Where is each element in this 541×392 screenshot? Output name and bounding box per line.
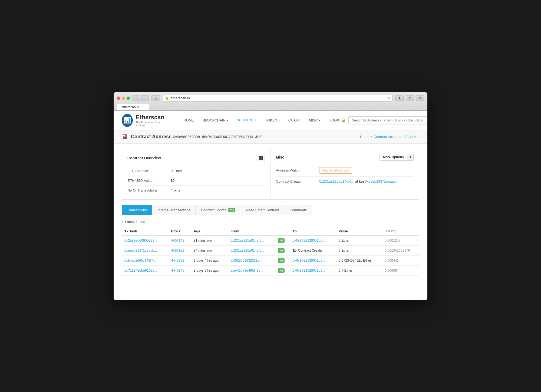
logo-title: Etherscan bbox=[136, 114, 166, 121]
nav-token[interactable]: TOKEN ▾ bbox=[261, 117, 283, 124]
search-input[interactable] bbox=[348, 116, 427, 124]
col-txhash: TxHash bbox=[122, 227, 169, 236]
qr-code-icon[interactable]: ▦ bbox=[256, 154, 265, 162]
browser-tab-bar: etherscan.io bbox=[117, 104, 424, 110]
logo-subtitle: The Ethereum Block Explorer bbox=[136, 121, 166, 127]
close-button[interactable] bbox=[117, 97, 120, 100]
logo-icon: 📊 bbox=[122, 114, 133, 127]
page-content: 📊 Etherscan The Ethereum Block Explorer … bbox=[114, 111, 427, 300]
back-button[interactable]: ‹ bbox=[133, 95, 140, 101]
to-address-link[interactable]: 0x9c86825280b1d6... bbox=[293, 269, 325, 272]
breadcrumb-home[interactable]: Home bbox=[360, 135, 370, 139]
tab-contract-source-label: Contract Source bbox=[201, 208, 227, 212]
value-cell: 6.7 Ether bbox=[336, 265, 382, 275]
txhash-link[interactable]: 0x711348bbe91096... bbox=[124, 269, 157, 272]
from-link[interactable]: 0x231a3925a014ef0... bbox=[230, 249, 264, 252]
block-link[interactable]: 4443345 bbox=[171, 269, 184, 272]
traffic-lights bbox=[117, 97, 130, 100]
txhash-link[interactable]: 0xb4ec1e65c148f7c... bbox=[124, 259, 157, 262]
eth-usd-value: $0 bbox=[171, 179, 174, 183]
refresh-icon[interactable]: ↻ bbox=[387, 96, 390, 100]
nav-misc[interactable]: MISC ▾ bbox=[305, 117, 324, 124]
address-bar[interactable]: 🔒 etherscan.io ↻ bbox=[163, 95, 393, 101]
forward-button[interactable]: › bbox=[141, 95, 149, 101]
from-cell: 0xe4f5d73e4f6d48d... bbox=[228, 265, 275, 275]
direction-cell: IN bbox=[275, 235, 290, 245]
more-options-chevron-icon: ▾ bbox=[407, 154, 414, 161]
block-link[interactable]: 4443788 bbox=[171, 259, 184, 262]
block-cell: 4443345 bbox=[169, 265, 191, 275]
contract-icon: 🖼 bbox=[293, 248, 296, 253]
direction-badge: IN bbox=[278, 248, 285, 253]
overview-title: Contract Overview bbox=[127, 156, 161, 160]
contract-creator-row: Contract Creator 0x231a3925a014ef0... at… bbox=[276, 177, 414, 186]
chevron-down-icon: ▾ bbox=[278, 119, 280, 122]
eth-balance-row: ETH Balance: 0 Ether bbox=[127, 166, 265, 176]
txhash-cell: 0x711348bbe91096... bbox=[122, 265, 169, 275]
block-link[interactable]: 4457148 bbox=[171, 239, 184, 242]
txfee-value: 0.001342606376 bbox=[385, 249, 410, 252]
txhash-cell: 0x2e89e0e0955228... bbox=[122, 235, 169, 245]
tab-contract-source[interactable]: Contract Source Yes bbox=[196, 205, 240, 215]
chevron-down-icon: ▾ bbox=[319, 119, 320, 122]
tab-internal-transactions[interactable]: Internal Transactions bbox=[153, 205, 196, 215]
block-cell: 4457128 bbox=[169, 245, 191, 255]
nav-chart[interactable]: CHART bbox=[285, 117, 304, 124]
block-cell: 4457148 bbox=[169, 235, 191, 245]
download-button[interactable]: ⬇ bbox=[395, 95, 404, 101]
nav-blockchain[interactable]: BLOCKCHAIN ▾ bbox=[199, 117, 232, 124]
new-tab-button[interactable]: ⧉ bbox=[416, 95, 424, 101]
block-link[interactable]: 4457128 bbox=[171, 249, 184, 252]
direction-badge: IN bbox=[278, 258, 285, 263]
from-link[interactable]: 0xf029502932031e... bbox=[230, 259, 262, 262]
eth-usd-label: ETH USD Value: bbox=[127, 179, 171, 183]
sidebar-toggle-button[interactable]: ⊟ bbox=[151, 95, 160, 101]
breadcrumb-sep-1: / bbox=[371, 135, 372, 139]
maximize-button[interactable] bbox=[127, 97, 130, 100]
to-cell: 0x9c86825280b1d6... bbox=[290, 235, 336, 245]
more-options-button[interactable]: More Options ▾ bbox=[380, 154, 414, 161]
to-cell: 🖼Contract Creation bbox=[290, 245, 336, 255]
tab-label: etherscan.io bbox=[121, 105, 139, 109]
creator-address-link[interactable]: 0x231a3925a014ef0... bbox=[319, 179, 354, 183]
search-bar: GO bbox=[348, 116, 427, 124]
table-body: 0x2e89e0e0955228... 4457148 31 mins ago … bbox=[122, 235, 419, 275]
nav-menu: HOME BLOCKCHAIN ▾ ACCOUNT ▾ TOKEN ▾ CHAR… bbox=[180, 116, 324, 124]
tab-transactions-label: Transactions bbox=[127, 208, 147, 212]
minimize-button[interactable] bbox=[122, 97, 125, 100]
from-link[interactable]: 0xe4f5d73e4f6d48d... bbox=[230, 269, 263, 272]
eth-balance-value: 0 Ether bbox=[171, 169, 182, 173]
login-button[interactable]: LOGIN 🔒 bbox=[329, 118, 346, 122]
tab-transactions[interactable]: Transactions bbox=[122, 205, 152, 215]
col-from: From bbox=[228, 227, 275, 236]
from-cell: 0xf029502932031e... bbox=[228, 255, 275, 265]
breadcrumb-contract-accounts[interactable]: Contract Accounts bbox=[374, 135, 402, 139]
txhash-cell: 0xb4ec1e65c148f7c... bbox=[122, 255, 169, 265]
transactions-table: TxHash Block Age From To Value [TxFee] 0… bbox=[122, 227, 419, 276]
logo-area: 📊 Etherscan The Ethereum Block Explorer bbox=[122, 114, 166, 127]
browser-window: ‹ › ⊟ 🔒 etherscan.io ↻ ⬇ ⬆ ⧉ eth bbox=[114, 92, 427, 300]
contract-creator-label: Contract Creator bbox=[276, 179, 319, 183]
to-address-link[interactable]: 0x9c86825280b1d6... bbox=[293, 239, 325, 242]
breadcrumb-address[interactable]: Address bbox=[406, 135, 419, 139]
nav-home[interactable]: HOME bbox=[180, 117, 198, 124]
creator-txn-link[interactable]: 0xeaeb29871ceaab... bbox=[365, 179, 398, 183]
txhash-link[interactable]: 0xeaeb29871ceaab... bbox=[124, 249, 157, 252]
contract-address-text: 0x9c86825280b1d6c7dB043D4CC86E1549990149… bbox=[173, 135, 262, 139]
to-address-link[interactable]: 0x9c86825280b1d6... bbox=[293, 259, 325, 262]
tab-read-smart-contract[interactable]: Read Smart Contract bbox=[241, 205, 284, 215]
breadcrumb-sep-2: / bbox=[404, 135, 405, 139]
share-button[interactable]: ⬆ bbox=[406, 95, 414, 101]
direction-cell: IN bbox=[275, 255, 290, 265]
no-txns-row: No Of Transactions: 4 txns bbox=[127, 186, 265, 195]
browser-tab[interactable]: etherscan.io bbox=[117, 104, 149, 110]
add-to-watchlist-button[interactable]: Add To Watch List bbox=[319, 167, 352, 174]
contract-creator-value: 0x231a3925a014ef0... at txn 0xeaeb29871c… bbox=[319, 179, 399, 183]
txhash-link[interactable]: 0x2e89e0e0955228... bbox=[124, 239, 157, 242]
from-link[interactable]: 0x231a3925a014ef0... bbox=[230, 239, 264, 242]
eth-balance-label: ETH Balance: bbox=[127, 169, 171, 173]
table-row: 0x2e89e0e0955228... 4457148 31 mins ago … bbox=[122, 235, 419, 245]
tab-comments[interactable]: Comments bbox=[285, 205, 312, 215]
txfee-value: 0.000441 bbox=[385, 259, 399, 262]
nav-account[interactable]: ACCOUNT ▾ bbox=[233, 116, 260, 124]
